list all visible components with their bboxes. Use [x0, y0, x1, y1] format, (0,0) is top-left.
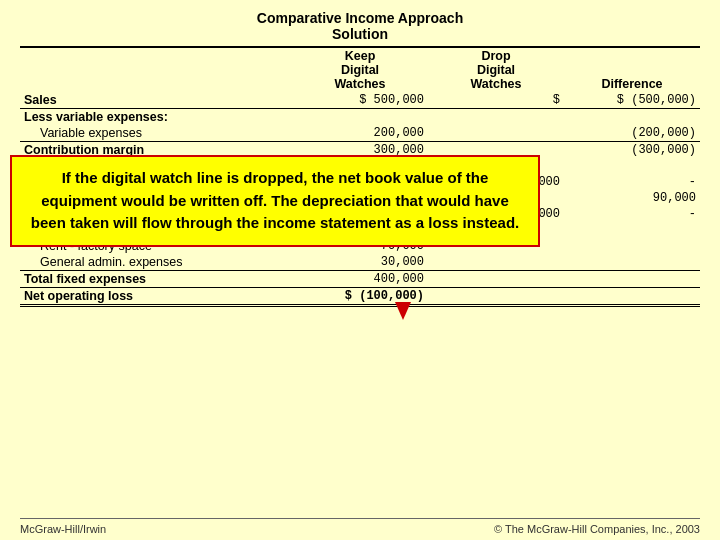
header-empty: [20, 47, 292, 92]
sales-row: Sales $ 500,000 $ $ (500,000): [20, 92, 700, 109]
total-fixed-drop: [428, 271, 564, 288]
depreciation-diff: -: [564, 206, 700, 222]
general-admin-diff: [564, 254, 700, 271]
title-line2: Solution: [20, 26, 700, 42]
net-op-loss-diff: [564, 288, 700, 306]
total-fixed-diff: [564, 271, 700, 288]
sales-label: Sales: [20, 92, 292, 109]
header-keep: KeepDigitalWatches: [292, 47, 428, 92]
main-container: Comparative Income Approach Solution Kee…: [0, 0, 720, 540]
contrib-margin-diff: (300,000): [564, 142, 700, 159]
advertising-diff: [564, 222, 700, 238]
tooltip-text: If the digital watch line is dropped, th…: [31, 169, 519, 231]
sales-diff: $ (500,000): [564, 92, 700, 109]
table-header-row: KeepDigitalWatches DropDigitalWatches Di…: [20, 47, 700, 92]
footer-right: © The McGraw-Hill Companies, Inc., 2003: [494, 523, 700, 535]
total-fixed-row: Total fixed expenses 400,000: [20, 271, 700, 288]
less-variable-label: Less variable expenses:: [20, 109, 292, 126]
salary-diff: 90,000: [564, 190, 700, 206]
variable-expenses-diff: (200,000): [564, 125, 700, 142]
general-admin-row: General admin. expenses 30,000: [20, 254, 700, 271]
net-op-loss-row: Net operating loss $ (100,000): [20, 288, 700, 306]
less-variable-row: Less variable expenses:: [20, 109, 700, 126]
sales-drop: $: [428, 92, 564, 109]
variable-expenses-drop: [428, 125, 564, 142]
less-variable-keep: [292, 109, 428, 126]
arrow-down-icon: [395, 302, 411, 320]
footer: McGraw-Hill/Irwin © The McGraw-Hill Comp…: [20, 518, 700, 535]
variable-expenses-row: Variable expenses 200,000 (200,000): [20, 125, 700, 142]
rent-diff: [564, 238, 700, 254]
footer-left: McGraw-Hill/Irwin: [20, 523, 106, 535]
net-op-loss-drop: [428, 288, 564, 306]
less-variable-drop: [428, 109, 564, 126]
total-fixed-label: Total fixed expenses: [20, 271, 292, 288]
less-variable-diff: [564, 109, 700, 126]
general-admin-keep: 30,000: [292, 254, 428, 271]
general-admin-drop: [428, 254, 564, 271]
variable-expenses-keep: 200,000: [292, 125, 428, 142]
header-drop: DropDigitalWatches: [428, 47, 564, 92]
variable-expenses-label: Variable expenses: [20, 125, 292, 142]
net-op-loss-label: Net operating loss: [20, 288, 292, 306]
tooltip-box: If the digital watch line is dropped, th…: [10, 155, 540, 247]
less-fixed-diff: [564, 158, 700, 174]
general-admin-label: General admin. expenses: [20, 254, 292, 271]
header-diff: Difference: [564, 47, 700, 92]
sales-keep: $ 500,000: [292, 92, 428, 109]
title-line1: Comparative Income Approach: [20, 10, 700, 26]
title-section: Comparative Income Approach Solution: [20, 10, 700, 42]
factory-overhead-diff: -: [564, 174, 700, 190]
total-fixed-keep: 400,000: [292, 271, 428, 288]
